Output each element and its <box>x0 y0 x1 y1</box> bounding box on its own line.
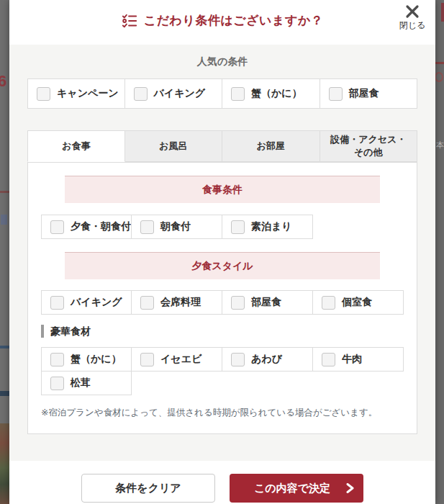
checkbox-cell[interactable]: バイキング <box>124 78 223 109</box>
category-tabs: お食事お風呂お部屋設備・アクセス・その他 <box>27 130 417 162</box>
checkbox[interactable] <box>50 377 64 390</box>
close-button[interactable]: 閉じる <box>396 4 429 32</box>
checkbox-cell[interactable]: バイキング <box>41 290 132 315</box>
checkbox-cell[interactable]: 夕食・朝食付 <box>41 215 132 239</box>
backdrop-decoration <box>441 3 444 22</box>
meal-condition-row: 夕食・朝食付朝食付素泊まり <box>41 215 404 239</box>
popular-conditions-heading: 人気の条件 <box>27 54 417 68</box>
checkbox-cell[interactable]: 蟹（かに） <box>222 78 320 109</box>
luxury-ingredients-grid: 蟹（かに）イセエビあわび牛肉松茸 <box>41 348 404 395</box>
modal-title-wrap: こだわり条件はございますか？ <box>9 0 435 29</box>
backdrop-decoration <box>435 62 444 64</box>
checkbox-cell[interactable]: 部屋食 <box>222 290 313 315</box>
checkbox-cell[interactable]: 会席料理 <box>131 290 222 315</box>
checklist-icon <box>122 13 137 29</box>
clear-conditions-button[interactable]: 条件をクリア <box>81 474 215 503</box>
section-banner-dinner-style: 夕食スタイル <box>65 252 380 279</box>
checkbox[interactable] <box>329 87 343 101</box>
apply-conditions-label: この内容で決定 <box>254 482 330 494</box>
page-backdrop-left: 6 <box>0 0 9 504</box>
modal-title: こだわり条件はございますか？ <box>144 12 323 29</box>
checkbox-cell[interactable]: 牛肉 <box>312 347 404 372</box>
apply-conditions-button[interactable]: この内容で決定 <box>230 474 363 503</box>
modal-header: こだわり条件はございますか？ 閉じる <box>9 0 435 45</box>
backdrop-decoration <box>435 72 443 82</box>
backdrop-text-fragment: 6 <box>0 72 6 91</box>
checkbox[interactable] <box>50 220 64 234</box>
checkbox[interactable] <box>322 353 335 366</box>
checkbox-cell[interactable]: イセエビ <box>131 347 222 372</box>
checkbox-label: 部屋食 <box>349 87 379 100</box>
checkbox-label: 松茸 <box>71 377 91 390</box>
luxury-ingredients-heading: 豪華食材 <box>41 325 404 338</box>
checkbox[interactable] <box>134 87 148 101</box>
checkbox-label: バイキング <box>71 296 122 309</box>
checkbox[interactable] <box>140 220 154 234</box>
checkbox[interactable] <box>231 220 245 234</box>
checkbox-label: 朝食付 <box>160 220 191 233</box>
section-banner-meal-condition: 食事条件 <box>65 176 380 203</box>
checkbox-label: バイキング <box>154 87 206 100</box>
page-backdrop-right: 本 <box>435 0 444 504</box>
checkbox-cell[interactable]: 部屋食 <box>320 78 418 109</box>
tab[interactable]: 設備・アクセス・その他 <box>320 130 418 162</box>
backdrop-decoration <box>0 346 9 348</box>
checkbox-cell[interactable]: 朝食付 <box>131 215 222 239</box>
backdrop-photo <box>0 423 9 504</box>
modal-body: 人気の条件 キャンペーンバイキング蟹（かに）部屋食 お食事お風呂お部屋設備・アク… <box>9 45 435 461</box>
checkbox-cell[interactable]: 個室食 <box>312 290 404 315</box>
checkbox-label: 部屋食 <box>251 296 281 309</box>
checkbox-label: 牛肉 <box>342 353 362 366</box>
checkbox-cell[interactable]: 素泊まり <box>222 215 313 239</box>
checkbox[interactable] <box>231 353 245 366</box>
checkbox-label: 素泊まり <box>251 220 292 233</box>
tab[interactable]: お食事 <box>27 130 125 162</box>
checkbox-cell[interactable]: あわび <box>222 347 313 372</box>
dinner-style-row: バイキング会席料理部屋食個室食 <box>41 291 404 315</box>
checkbox-label: 蟹（かに） <box>251 87 302 100</box>
checkbox[interactable] <box>231 87 245 101</box>
checkbox[interactable] <box>50 296 64 310</box>
backdrop-text-fragment: 本 <box>436 140 444 150</box>
checkbox-label: 個室食 <box>342 296 372 309</box>
checkbox-cell[interactable]: キャンペーン <box>27 78 125 109</box>
checkbox[interactable] <box>231 296 245 310</box>
close-icon <box>404 4 420 19</box>
backdrop-decoration <box>0 391 9 396</box>
checkbox-label: 夕食・朝食付 <box>71 220 131 233</box>
checkbox-label: イセエビ <box>160 353 201 366</box>
screen: 6 本 こだわり条件はございますか？ <box>0 0 444 504</box>
checkbox-label: 蟹（かに） <box>71 353 122 366</box>
modal-footer: 条件をクリア この内容で決定 <box>9 461 435 504</box>
tab[interactable]: お風呂 <box>124 130 223 162</box>
checkbox-label: あわび <box>251 353 282 366</box>
chevron-right-icon <box>346 483 354 493</box>
checkbox[interactable] <box>140 296 154 310</box>
filter-conditions-modal: こだわり条件はございますか？ 閉じる 人気の条件 キャンペーンバイキング蟹（かに… <box>9 0 435 504</box>
checkbox-label: キャンペーン <box>57 87 119 100</box>
checkbox[interactable] <box>140 353 154 366</box>
checkbox[interactable] <box>322 296 335 310</box>
close-label: 閉じる <box>396 19 429 32</box>
checkbox[interactable] <box>37 87 50 101</box>
backdrop-decoration <box>0 191 9 193</box>
availability-note: ※宿泊プランや食材によって、提供される時期が限られている場合がございます。 <box>41 407 404 419</box>
meal-tab-panel: 食事条件 夕食・朝食付朝食付素泊まり 夕食スタイル バイキング会席料理部屋食個室… <box>27 162 417 434</box>
checkbox[interactable] <box>50 353 64 366</box>
checkbox-label: 会席料理 <box>160 296 201 309</box>
checkbox-cell[interactable]: 蟹（かに） <box>41 347 132 372</box>
checkbox-cell[interactable]: 松茸 <box>41 371 132 395</box>
popular-conditions-row: キャンペーンバイキング蟹（かに）部屋食 <box>27 79 417 109</box>
tab[interactable]: お部屋 <box>222 130 320 162</box>
backdrop-decoration <box>1 215 7 225</box>
